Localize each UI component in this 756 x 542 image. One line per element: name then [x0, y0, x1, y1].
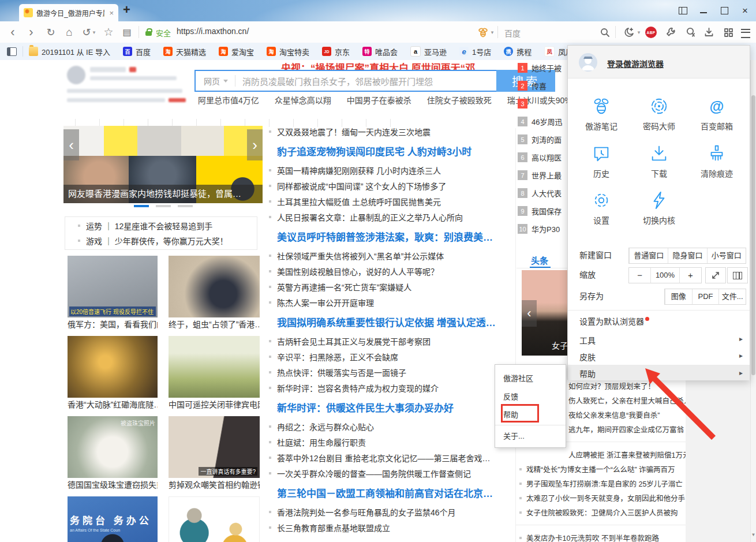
zoom-in-button[interactable]: +	[679, 268, 701, 283]
news-item[interactable]: 人应聘被拒 浙江喜来登被判赔偿1万元	[515, 447, 686, 462]
news-item[interactable]: 英警方再逮捕一名“死亡货车”案嫌疑人	[269, 279, 512, 294]
night-mode-icon[interactable]	[622, 21, 636, 43]
news-item[interactable]: 一次关乎群众冷暖的督查——国务院供暖工作督查侧记	[269, 465, 512, 481]
carousel-prev-icon[interactable]: ‹	[63, 129, 79, 160]
page-scrollbar[interactable]: ▼	[750, 60, 756, 542]
news-item[interactable]: 热点快评：供暖落实与否是一面镜子	[269, 364, 512, 380]
news-item[interactable]: 杜庭斌：用生命履行职责	[269, 434, 512, 450]
search-icon[interactable]	[598, 21, 612, 43]
ranking-item[interactable]: 9 我国保存	[518, 202, 567, 220]
panel-item-downloads[interactable]: 下载	[630, 144, 688, 179]
fullscreen-button[interactable]	[705, 267, 726, 283]
back-icon[interactable]: ‹	[6, 21, 20, 43]
submenu-item-feedback[interactable]: 反馈	[503, 390, 518, 404]
image-news-card[interactable]: 中国可遥控关闭菲律宾电网…	[169, 336, 260, 412]
news-item[interactable]: 社保领域严重失信将被列入“黑名单”并公示媒体	[269, 248, 512, 263]
news-item[interactable]: 长三角教育部重点基地联盟成立	[269, 519, 512, 535]
undo-caret-icon[interactable]: ▾	[91, 21, 97, 43]
news-item[interactable]: 人民日报署名文章：止暴制乱的正义之举乃人心所向	[269, 209, 512, 225]
news-caption[interactable]: 俄军方：美国，看看我们的…	[68, 317, 158, 331]
bookmark-item[interactable]: 淘 爱淘宝	[219, 46, 254, 57]
news-item[interactable]: 荟萃中外12台剧目 重拾老北京文化记忆——第三届老舍戏…	[269, 450, 512, 465]
main-menu-icon[interactable]	[741, 29, 750, 38]
browser-tab[interactable]: 傲游今日_傲游用户专属的资 ×	[19, 4, 118, 21]
news-item[interactable]: 戏精“处长”为博女主播一个“么么哒” 诈骗两百万	[515, 462, 686, 476]
favorite-star-icon[interactable]: ☆	[102, 21, 115, 43]
news-caption[interactable]: 香港“大动脉”红磡海底隧…	[68, 398, 158, 412]
set-default-browser-item[interactable]: 设置为默认浏览器	[579, 315, 649, 327]
news-item[interactable]: 辛识平：扫黑除恶，正义不会缺席	[269, 349, 512, 364]
ranking-item[interactable]: 1 她终于被	[518, 59, 567, 77]
hot-link[interactable]: 住院女子被殴致死	[427, 94, 492, 106]
save-as-option-button[interactable]: 文件...	[718, 289, 746, 304]
news-item[interactable]: 女子住院被殴致死：卫健局介入三医护人员被拘	[515, 505, 686, 519]
new-window-option-button[interactable]: 隐身窗口	[668, 248, 706, 263]
new-window-option-button[interactable]: 小号窗口	[707, 248, 746, 263]
split-screen-button[interactable]	[727, 267, 748, 283]
ranking-item[interactable]: 4 46岁周迅	[518, 113, 567, 130]
news-item[interactable]: 男子围观坠车打捞崩溃:车是自家的 25岁儿子溺亡	[515, 476, 686, 491]
reading-list-icon[interactable]: ▤	[120, 21, 134, 43]
night-mode-caret-icon[interactable]: ▾	[636, 21, 642, 43]
hot-link[interactable]: 众星悼念高以翔	[275, 94, 331, 106]
carousel-dot[interactable]	[178, 205, 193, 207]
news-item[interactable]: 陈杰人案一审公开开庭审理	[269, 294, 512, 310]
news-item[interactable]: 冉绍之：永远与群众心贴心	[269, 418, 512, 434]
image-news-card[interactable]: 务院台 务办公 an Affairs Of the State Coun	[68, 496, 158, 542]
news-item[interactable]: 吉炳轩会见土耳其正义与发展党干部考察团	[269, 333, 512, 349]
news-caption[interactable]: 终于，蛆虫“占领了”香港…	[169, 317, 260, 331]
ranking-item[interactable]: 2 传喜	[518, 77, 567, 95]
toolbar-search-input[interactable]: 百度	[504, 27, 521, 39]
bee-caret-icon[interactable]: ▾	[489, 21, 495, 43]
panel-item-password-master[interactable]: 密码大师	[630, 96, 688, 132]
resource-sniffer-icon[interactable]	[683, 21, 697, 43]
panel-item-history[interactable]: 历史	[572, 144, 630, 179]
scrollbar-thumb[interactable]	[751, 95, 755, 375]
refresh-icon[interactable]: ↻	[44, 21, 58, 43]
bookmark-item[interactable]: a 亚马逊	[410, 46, 447, 57]
news-item[interactable]: 新华时评：供暖这件民生大事须办妥办好	[269, 395, 512, 418]
home-icon[interactable]: ⌂	[62, 21, 76, 43]
news-item[interactable]: 香港法院判处一名参与旺角暴乱的女子监禁46个月	[269, 504, 512, 519]
toutiao-tab[interactable]: 头条	[531, 254, 548, 266]
carousel-dot[interactable]	[156, 205, 171, 207]
sidebar-toggle-icon[interactable]	[7, 47, 17, 56]
ranking-item[interactable]: 5 刘涛的面	[518, 130, 567, 148]
image-news-card[interactable]: 被盗珠宝照片 德国国宝级珠宝遭窃损失或…	[68, 416, 158, 492]
panel-item-clear-traces[interactable]: 清除痕迹	[688, 144, 746, 179]
zoom-out-button[interactable]: −	[629, 268, 650, 283]
apps-grid-icon[interactable]	[721, 21, 735, 43]
image-news-card[interactable]	[169, 496, 260, 542]
new-tab-button[interactable]: +	[123, 2, 130, 17]
search-query-text[interactable]: 消防员凌晨破门救自杀女子，邻居被吵醒开门埋怨	[242, 75, 433, 87]
news-item[interactable]: 太难忍了小伙一到冬天就变身，女朋因此和他分手	[515, 491, 686, 505]
downloads-icon[interactable]	[702, 21, 716, 43]
maxthon-bee-icon[interactable]	[477, 21, 489, 43]
carousel-dot-active[interactable]	[134, 205, 149, 207]
panel-item-mail[interactable]: @ 百变邮箱	[688, 96, 746, 132]
quick-link[interactable]: 游戏 ｜ 少年群侠传，等你赢万元大奖！	[78, 235, 257, 246]
news-item[interactable]: 同样都被说成“中国间谍” 这个女人的下场惨多了	[269, 178, 512, 193]
news-carousel[interactable]: ‹ › 网友曝香港漫画家内地捞钱却挺暴徒，曾属…	[63, 126, 263, 203]
news-item[interactable]: 英国一精神病嫌犯刚刚获释 几小时内连杀三人	[269, 162, 512, 178]
page-search-box[interactable]: 网页 消防员凌晨破门救自杀女子，邻居被吵醒开门埋怨	[194, 70, 497, 92]
bookmark-item[interactable]: JD 京东	[322, 46, 350, 57]
image-news-card[interactable]: 终于，蛆虫“占领了”香港…	[169, 256, 260, 331]
bookmark-item[interactable]: 特 唯品会	[362, 46, 398, 57]
toutiao-prev-icon[interactable]: ‹	[522, 300, 537, 327]
image-news-card[interactable]: 一直讲真话有多重要? 剪掉观众嘲笑首相约翰逊镜…	[169, 416, 260, 492]
bookmark-item[interactable]: e 1号店	[459, 46, 491, 57]
news-item[interactable]: 第三轮中国－欧盟工商领袖和前高官对话在北京…	[269, 481, 512, 504]
bookmark-item[interactable]: 淘 天猫精选	[163, 46, 206, 57]
close-icon[interactable]: ×	[739, 5, 751, 16]
tools-item[interactable]: 工具	[579, 334, 596, 346]
adblock-plus-icon[interactable]: ABP	[645, 27, 657, 38]
ranking-item[interactable]: 3	[518, 95, 567, 113]
forward-icon[interactable]: ›	[24, 21, 38, 43]
news-caption[interactable]: 德国国宝级珠宝遭窃损失或…	[68, 478, 158, 492]
carousel-next-icon[interactable]: ›	[247, 129, 263, 160]
bookmark-item[interactable]: 20191101 从 IE 导入	[29, 46, 110, 57]
news-item[interactable]: 新华时评：岂容名贵特产成为权力变现的媒介	[269, 380, 512, 395]
news-item[interactable]	[515, 525, 686, 525]
panel-item-switch-core[interactable]: 切换内核	[630, 190, 688, 226]
